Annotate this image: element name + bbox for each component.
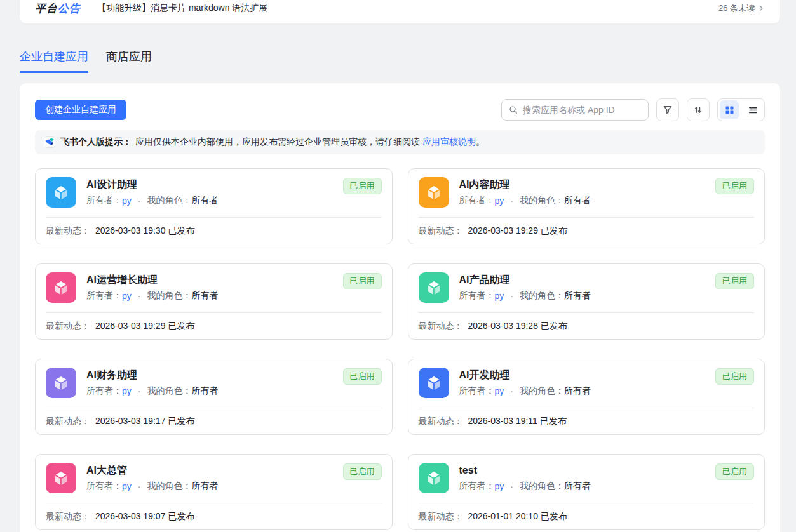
chevron-right-icon	[757, 4, 765, 12]
latest-activity-label: 最新动态：	[46, 225, 90, 236]
sort-button[interactable]	[687, 98, 710, 121]
card-footer: 最新动态： 2026-03-03 19:11 已发布	[419, 416, 567, 427]
owner-name-link[interactable]: py	[495, 481, 504, 491]
role-label: 我的角色：	[147, 481, 191, 492]
announcement-text[interactable]: 【功能升级】消息卡片 markdown 语法扩展	[97, 3, 267, 14]
card-divider	[419, 312, 755, 313]
owner-name-link[interactable]: py	[495, 291, 504, 301]
app-icon	[46, 272, 76, 303]
app-search-box[interactable]	[501, 99, 649, 121]
app-card[interactable]: test 所有者： py · 我的角色： 所有者 已启用 最新动态： 2026-…	[408, 454, 766, 530]
latest-activity-label: 最新动态：	[419, 225, 463, 236]
toolbar: 创建企业自建应用	[35, 98, 765, 121]
card-divider	[419, 408, 755, 408]
app-name: AI设计助理	[86, 178, 218, 192]
latest-activity-value: 2026-03-03 19:28 已发布	[468, 321, 567, 331]
unread-announcements[interactable]: 26 条未读	[718, 3, 765, 14]
list-view-icon	[748, 105, 759, 116]
app-meta: 所有者： py · 我的角色： 所有者	[459, 481, 591, 492]
app-card[interactable]: AI财务助理 所有者： py · 我的角色： 所有者 已启用 最新动态： 202…	[35, 359, 393, 435]
latest-activity-value: 2026-03-03 19:11 已发布	[468, 416, 566, 426]
toolbar-right	[501, 98, 765, 121]
owner-name-link[interactable]: py	[122, 291, 132, 301]
latest-activity-value: 2026-03-03 19:29 已发布	[95, 321, 194, 331]
latest-activity-value: 2026-01-01 20:10 已发布	[468, 511, 567, 521]
card-info: AI财务助理 所有者： py · 我的角色： 所有者	[86, 368, 218, 398]
latest-activity-value: 2026-03-03 19:30 已发布	[95, 225, 194, 236]
search-icon	[508, 105, 518, 115]
card-info: AI产品助理 所有者： py · 我的角色： 所有者	[459, 272, 591, 303]
app-icon	[46, 368, 76, 398]
logo-suffix: 公告	[58, 3, 81, 15]
create-app-button[interactable]: 创建企业自建应用	[35, 100, 126, 120]
card-top: AI产品助理 所有者： py · 我的角色： 所有者	[419, 272, 755, 303]
app-meta: 所有者： py · 我的角色： 所有者	[86, 290, 218, 302]
owner-label: 所有者：	[86, 385, 122, 397]
app-review-guide-link[interactable]: 应用审核说明	[422, 136, 476, 148]
card-footer: 最新动态： 2026-03-03 19:29 已发布	[46, 321, 194, 332]
search-input[interactable]	[523, 105, 642, 115]
role-value: 所有者	[191, 290, 218, 302]
card-top: AI运营增长助理 所有者： py · 我的角色： 所有者	[46, 272, 382, 303]
app-card[interactable]: AI开发助理 所有者： py · 我的角色： 所有者 已启用 最新动态： 202…	[408, 359, 766, 435]
role-label: 我的角色：	[520, 481, 564, 492]
app-icon	[46, 177, 76, 208]
app-card[interactable]: AI运营增长助理 所有者： py · 我的角色： 所有者 已启用 最新动态： 2…	[35, 263, 393, 340]
filter-button[interactable]	[656, 98, 679, 121]
app-icon	[419, 463, 449, 493]
grid-view-icon	[724, 105, 735, 116]
app-card[interactable]: AI内容助理 所有者： py · 我的角色： 所有者 已启用 最新动态： 202…	[408, 168, 766, 244]
announcement-banner: 平台公告 【功能升级】消息卡片 markdown 语法扩展 26 条未读	[20, 0, 780, 23]
tab-store-apps[interactable]: 商店应用	[106, 49, 152, 73]
role-value: 所有者	[191, 481, 218, 492]
card-top: AI内容助理 所有者： py · 我的角色： 所有者	[419, 177, 755, 208]
status-badge: 已启用	[343, 368, 382, 385]
card-divider	[419, 217, 755, 218]
owner-label: 所有者：	[86, 481, 122, 492]
app-name: AI财务助理	[86, 368, 218, 382]
app-card[interactable]: AI设计助理 所有者： py · 我的角色： 所有者 已启用 最新动态： 202…	[35, 168, 393, 244]
cube-icon	[50, 467, 72, 489]
status-badge: 已启用	[715, 463, 754, 480]
role-value: 所有者	[564, 481, 591, 492]
card-divider	[419, 503, 755, 503]
owner-name-link[interactable]: py	[122, 196, 132, 206]
meta-separator-dot: ·	[138, 481, 141, 491]
owner-name-link[interactable]: py	[122, 481, 132, 491]
card-top: AI设计助理 所有者： py · 我的角色： 所有者	[46, 177, 382, 208]
app-card[interactable]: AI产品助理 所有者： py · 我的角色： 所有者 已启用 最新动态： 202…	[408, 263, 766, 340]
cube-icon	[423, 182, 445, 203]
role-label: 我的角色：	[147, 195, 191, 206]
role-label: 我的角色：	[147, 290, 191, 302]
owner-name-link[interactable]: py	[495, 386, 504, 396]
notice-label: 飞书个人版提示：	[60, 136, 132, 148]
cube-icon	[423, 467, 445, 489]
grid-view-button[interactable]	[720, 100, 739, 119]
role-value: 所有者	[191, 195, 218, 206]
card-footer: 最新动态： 2026-03-03 19:28 已发布	[419, 321, 567, 332]
card-info: AI运营增长助理 所有者： py · 我的角色： 所有者	[86, 272, 218, 303]
app-meta: 所有者： py · 我的角色： 所有者	[459, 290, 591, 302]
role-label: 我的角色：	[520, 195, 564, 206]
app-type-tabs: 企业自建应用 商店应用	[20, 49, 780, 73]
latest-activity-value: 2026-03-03 19:17 已发布	[95, 416, 194, 426]
cube-icon	[50, 182, 72, 203]
app-meta: 所有者： py · 我的角色： 所有者	[86, 385, 218, 397]
meta-separator-dot: ·	[510, 481, 513, 491]
card-top: AI财务助理 所有者： py · 我的角色： 所有者	[46, 368, 382, 398]
owner-name-link[interactable]: py	[495, 196, 504, 206]
owner-label: 所有者：	[86, 290, 122, 302]
tab-self-built-apps[interactable]: 企业自建应用	[20, 49, 88, 73]
app-card[interactable]: AI大总管 所有者： py · 我的角色： 所有者 已启用 最新动态： 2026…	[35, 454, 393, 530]
app-icon	[419, 272, 449, 303]
sort-arrows-icon	[692, 104, 704, 116]
card-divider	[46, 312, 382, 313]
page: 平台公告 【功能升级】消息卡片 markdown 语法扩展 26 条未读 企业自…	[0, 0, 796, 532]
list-view-button[interactable]	[743, 100, 762, 119]
latest-activity-label: 最新动态：	[46, 321, 90, 331]
owner-label: 所有者：	[459, 290, 495, 302]
owner-name-link[interactable]: py	[122, 386, 132, 396]
logo-prefix: 平台	[35, 3, 58, 15]
app-list-panel: 创建企业自建应用	[20, 83, 780, 532]
owner-label: 所有者：	[459, 195, 495, 206]
